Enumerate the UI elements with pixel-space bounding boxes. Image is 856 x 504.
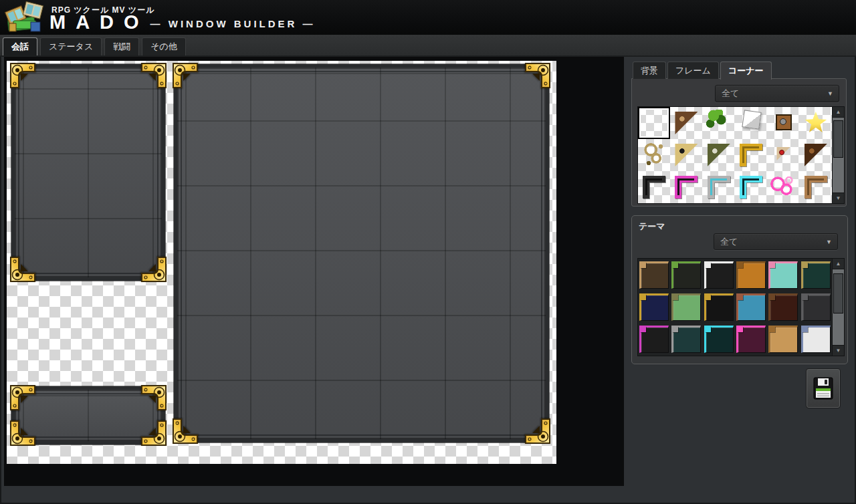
- preview-window-large[interactable]: [174, 64, 549, 443]
- theme-item-wood-floor[interactable]: [767, 323, 799, 355]
- gold-corner-ornament-icon: [10, 385, 35, 410]
- corner-item-olive-corner[interactable]: [703, 139, 735, 171]
- corner-thumbnail: [706, 142, 732, 168]
- corner-parts-panel: 全て ▼: [631, 78, 847, 207]
- theme-thumbnail: [801, 261, 831, 289]
- scroll-down-icon[interactable]: ▼: [833, 193, 844, 203]
- save-button[interactable]: [806, 368, 841, 408]
- floppy-disk-icon: [813, 376, 833, 400]
- corner-thumbnail: [802, 142, 829, 168]
- corner-item-wood-triangle[interactable]: [670, 107, 702, 139]
- theme-thumbnail: [736, 326, 766, 353]
- theme-filter-dropdown[interactable]: 全て ▼: [714, 233, 838, 250]
- theme-item-paper-blue[interactable]: [800, 323, 832, 355]
- preview-window-small[interactable]: [11, 386, 165, 445]
- theme-item-pink-neon-magenta[interactable]: [735, 323, 767, 355]
- theme-item-plain-dark-gray[interactable]: [800, 291, 832, 323]
- theme-thumbnail: [801, 293, 831, 321]
- part-tab-frame[interactable]: フレーム: [667, 61, 719, 79]
- window-preview-canvas: [7, 61, 556, 464]
- main-tab-sentou[interactable]: 戦闘: [104, 37, 139, 55]
- theme-item-teal-blue[interactable]: [735, 291, 767, 323]
- theme-item-foliage-dark[interactable]: [670, 259, 702, 291]
- corner-item-wood-beam[interactable]: [800, 171, 832, 203]
- corner-item-metal-knob-plate[interactable]: [767, 107, 799, 139]
- theme-listbox: ▲ ▼: [637, 258, 845, 356]
- theme-thumbnail: [768, 261, 798, 289]
- theme-grid: [638, 259, 832, 356]
- corner-item-pink-neon-rings[interactable]: [767, 171, 799, 203]
- theme-item-olive-green[interactable]: [670, 291, 702, 323]
- theme-scroll-thumb[interactable]: [833, 273, 843, 313]
- theme-section-title: テーマ: [639, 221, 665, 233]
- scroll-up-icon[interactable]: ▲: [833, 107, 844, 118]
- part-tab-bar: 背景フレームコーナー: [633, 61, 773, 80]
- theme-item-paper-dark[interactable]: [703, 259, 735, 291]
- mado-logo-icon: [4, 1, 44, 34]
- theme-item-gold-black-diamond[interactable]: [703, 291, 735, 323]
- corner-item-brass-scroll[interactable]: [638, 139, 670, 171]
- theme-item-cyan-neon-grid[interactable]: [703, 323, 735, 355]
- corner-item-green-foliage[interactable]: [703, 107, 735, 139]
- corner-item-tan-dotted-corner[interactable]: [670, 139, 702, 171]
- theme-item-leather-brown[interactable]: [638, 259, 670, 291]
- theme-item-candy-teal[interactable]: [767, 259, 799, 291]
- corner-item-silver-bracket[interactable]: [703, 171, 735, 203]
- part-tab-haikei[interactable]: 背景: [633, 61, 666, 79]
- corner-thumbnail: [641, 142, 667, 168]
- app-title: MADO: [49, 12, 149, 32]
- corner-item-gold-bracket[interactable]: [735, 139, 767, 171]
- chevron-down-icon: ▼: [826, 239, 832, 245]
- theme-scrollbar[interactable]: ▲ ▼: [832, 259, 844, 356]
- corner-thumbnail: [738, 142, 764, 168]
- theme-thumbnail: [639, 293, 669, 321]
- corner-item-cyan-neon-bracket[interactable]: [735, 171, 767, 203]
- main-tab-sonota[interactable]: その他: [142, 37, 186, 55]
- scroll-down-icon[interactable]: ▼: [833, 345, 844, 356]
- gold-corner-ornament-icon: [10, 420, 35, 446]
- corner-thumbnail: [673, 174, 700, 201]
- theme-thumbnail: [671, 261, 701, 289]
- theme-item-orange-wood[interactable]: [735, 259, 767, 291]
- corner-thumbnail: [738, 110, 764, 136]
- gold-corner-ornament-icon: [141, 385, 167, 410]
- corner-thumbnail: [802, 174, 829, 201]
- theme-item-brown-maroon[interactable]: [767, 291, 799, 323]
- corner-thumbnail: [641, 174, 667, 201]
- corner-item-dark-ornate-corner[interactable]: [800, 139, 832, 171]
- theme-item-silver-teal[interactable]: [670, 323, 702, 355]
- corner-item-red-gem-arrow[interactable]: [767, 139, 799, 171]
- corner-thumbnail: [673, 142, 700, 168]
- gold-corner-ornament-icon: [525, 63, 550, 88]
- main-tab-kaiwa[interactable]: 会話: [3, 37, 37, 55]
- theme-thumbnail: [671, 326, 701, 353]
- corner-item-none[interactable]: [638, 107, 670, 139]
- corner-item-black-pipe[interactable]: [638, 171, 670, 203]
- theme-item-gold-navy[interactable]: [638, 291, 670, 323]
- theme-thumbnail: [639, 326, 669, 353]
- theme-thumbnail: [671, 293, 701, 321]
- theme-item-brass-dark-teal[interactable]: [800, 259, 832, 291]
- theme-thumbnail: [704, 261, 734, 289]
- main-tab-status[interactable]: ステータス: [40, 37, 102, 55]
- gold-corner-ornament-icon: [525, 418, 550, 444]
- scroll-up-icon[interactable]: ▲: [833, 259, 844, 269]
- corner-scrollbar[interactable]: ▲ ▼: [832, 107, 844, 203]
- theme-thumbnail: [801, 326, 831, 353]
- corner-item-pink-black-bracket[interactable]: [670, 171, 702, 203]
- app-header: RPG ツクール MV ツール MADO — WINDOW BUILDER —: [0, 0, 856, 35]
- preview-window-tall[interactable]: [11, 64, 165, 281]
- gold-corner-ornament-icon: [141, 257, 167, 282]
- theme-item-neon-dotted-black[interactable]: [638, 323, 670, 355]
- gold-corner-ornament-icon: [141, 63, 167, 88]
- corner-item-yellow-star[interactable]: [800, 107, 832, 139]
- corner-filter-dropdown[interactable]: 全て ▼: [715, 85, 839, 102]
- corner-item-paper-fold[interactable]: [735, 107, 767, 139]
- gold-corner-ornament-icon: [10, 63, 35, 88]
- gold-corner-ornament-icon: [173, 63, 198, 88]
- theme-thumbnail: [736, 293, 766, 321]
- part-tab-corner[interactable]: コーナー: [720, 61, 772, 80]
- theme-group-box: テーマ 全て ▼: [631, 215, 848, 364]
- corner-scroll-thumb[interactable]: [833, 120, 843, 158]
- gold-corner-ornament-icon: [173, 418, 198, 444]
